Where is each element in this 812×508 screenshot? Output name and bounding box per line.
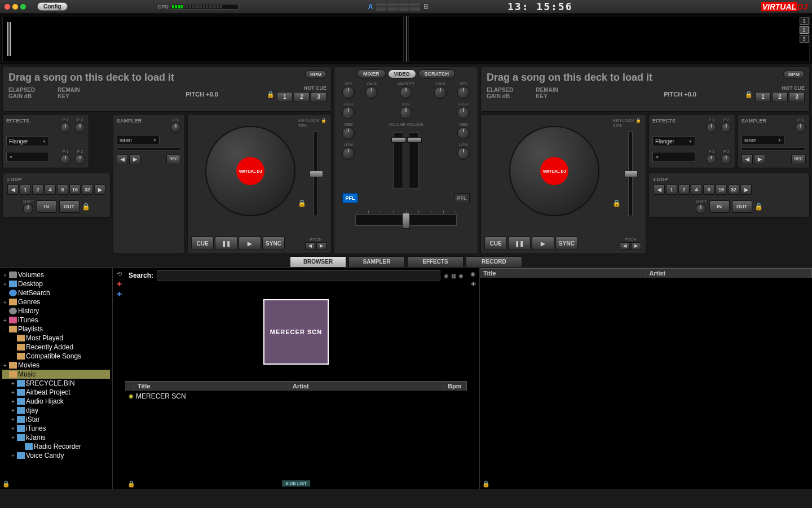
tree-item[interactable]: Compatible Songs bbox=[2, 352, 110, 361]
sampler-rec[interactable]: REC bbox=[166, 154, 181, 164]
tree-item[interactable]: +iTunes bbox=[2, 316, 110, 325]
sidelist-toggle[interactable]: SIDE LIST bbox=[282, 480, 310, 487]
play-button-b[interactable]: ▶ bbox=[532, 237, 554, 250]
pfl-a[interactable]: PFL bbox=[342, 193, 358, 203]
sampler-vol-knob-b[interactable] bbox=[796, 122, 806, 133]
deck-a-header[interactable]: Drag a song on this deck to load it ELAP… bbox=[2, 67, 332, 112]
shift-knob[interactable] bbox=[23, 204, 33, 214]
loop-next-b[interactable]: ▶ bbox=[740, 185, 752, 195]
bpm-button[interactable]: BPM bbox=[783, 71, 805, 78]
col-title[interactable]: Title bbox=[134, 382, 289, 391]
loop-next[interactable]: ▶ bbox=[94, 185, 105, 195]
tree-item[interactable]: +Desktop bbox=[2, 279, 110, 288]
lock-icon[interactable]: 🔒 bbox=[127, 480, 135, 488]
minimize-icon[interactable] bbox=[12, 4, 18, 10]
globe-icon[interactable]: ◉ bbox=[469, 270, 477, 278]
sampler-play-b[interactable]: ▶ bbox=[754, 154, 765, 164]
pitch-slider-b[interactable] bbox=[622, 132, 639, 227]
effects-tab[interactable]: EFFECTS bbox=[407, 256, 464, 268]
loop-in[interactable]: IN bbox=[37, 200, 57, 213]
plus-icon[interactable]: ✚ bbox=[469, 281, 477, 288]
cue-button-b[interactable]: CUE bbox=[484, 237, 507, 250]
low-knob-a[interactable] bbox=[342, 147, 355, 160]
loop-16[interactable]: 16 bbox=[69, 185, 81, 195]
lock-icon[interactable]: 🔒 bbox=[2, 480, 10, 488]
hotcue-2[interactable]: 2 bbox=[294, 92, 310, 102]
cue-knob[interactable] bbox=[400, 107, 412, 119]
key-knob-a[interactable] bbox=[342, 86, 355, 99]
sampler-select-b[interactable]: siren bbox=[742, 135, 784, 145]
page-1-button[interactable]: 1 bbox=[800, 17, 809, 25]
fx-p1b-knob-b[interactable] bbox=[707, 154, 717, 164]
mixer-tab[interactable]: MIXER bbox=[357, 69, 386, 78]
hotcue-1[interactable]: 1 bbox=[277, 92, 293, 102]
loop-prev-b[interactable]: ◀ bbox=[654, 185, 665, 195]
fx-p1b-knob[interactable] bbox=[60, 154, 70, 164]
med-knob-b[interactable] bbox=[457, 127, 470, 139]
sampler-tab[interactable]: SAMPLER bbox=[348, 256, 405, 268]
shift-knob-b[interactable] bbox=[696, 204, 706, 214]
tree-item[interactable]: -Playlists bbox=[2, 325, 110, 334]
loop-2[interactable]: 2 bbox=[32, 185, 43, 195]
tree-item[interactable]: NetSearch bbox=[2, 288, 110, 297]
pitch-slider-a[interactable] bbox=[307, 132, 324, 227]
config-button[interactable]: Config bbox=[37, 2, 68, 11]
col-artist[interactable]: Artist bbox=[646, 269, 813, 278]
tree-item[interactable]: +Audio Hijack bbox=[2, 397, 110, 406]
volume-fader-a[interactable] bbox=[393, 132, 403, 189]
high-knob-b[interactable] bbox=[457, 107, 470, 119]
record-tab[interactable]: RECORD bbox=[466, 256, 522, 268]
tree-item[interactable]: +$RECYCLE.BIN bbox=[2, 379, 110, 388]
video-tab[interactable]: VIDEO bbox=[388, 69, 416, 78]
loop-out-b[interactable]: OUT bbox=[732, 200, 752, 213]
link-icon[interactable]: ⟲ bbox=[115, 270, 123, 278]
search-input[interactable] bbox=[157, 270, 440, 281]
sync-button-b[interactable]: SYNC bbox=[555, 237, 578, 250]
tree-item[interactable]: Recently Added bbox=[2, 343, 110, 352]
crossfader[interactable] bbox=[355, 214, 457, 226]
fx-p1-knob[interactable] bbox=[60, 122, 70, 133]
tree-item[interactable]: +Movies bbox=[2, 361, 110, 370]
sync-button-a[interactable]: SYNC bbox=[262, 237, 285, 250]
add-icon[interactable]: ✚ bbox=[115, 291, 123, 299]
tree-item[interactable]: +Voice Candy bbox=[2, 451, 110, 460]
folder-tree[interactable]: +Volumes+DesktopNetSearch+GenresHistory+… bbox=[0, 268, 113, 489]
lock-icon[interactable]: 🔒 bbox=[82, 203, 90, 211]
tree-item[interactable]: +Airbeat Project bbox=[2, 388, 110, 397]
pitch-up-b[interactable]: ▶ bbox=[631, 242, 641, 250]
album-cover[interactable]: MERECER SCN bbox=[263, 299, 329, 365]
jog-wheel-a[interactable]: VIRTUAL DJ bbox=[205, 126, 295, 216]
loop-16-b[interactable]: 16 bbox=[716, 185, 727, 195]
pause-button-a[interactable]: ❚❚ bbox=[215, 237, 237, 250]
effect-select-b[interactable]: Flanger bbox=[652, 136, 695, 146]
hotcue-3[interactable]: 3 bbox=[311, 92, 326, 102]
lock-icon[interactable]: 🔒 bbox=[267, 91, 275, 98]
key-knob-b[interactable] bbox=[457, 86, 470, 99]
close-icon[interactable] bbox=[5, 4, 10, 10]
sampler-prev-b[interactable]: ◀ bbox=[742, 154, 753, 164]
loop-prev[interactable]: ◀ bbox=[7, 185, 19, 195]
effect-select-2[interactable] bbox=[6, 152, 49, 162]
low-knob-b[interactable] bbox=[457, 147, 470, 160]
view-icon-3[interactable]: ◉ bbox=[458, 273, 464, 279]
loop-4[interactable]: 4 bbox=[45, 185, 56, 195]
loop-8[interactable]: 8 bbox=[57, 185, 68, 195]
lock-icon[interactable]: 🔒 bbox=[745, 91, 753, 98]
sampler-rec-b[interactable]: REC bbox=[791, 154, 806, 164]
loop-out[interactable]: OUT bbox=[59, 200, 80, 213]
pitch-up-a[interactable]: ▶ bbox=[316, 242, 326, 250]
master-knob[interactable] bbox=[400, 86, 412, 99]
sampler-select[interactable]: siren bbox=[117, 135, 160, 145]
track-row[interactable]: ◉ MERECER SCN bbox=[125, 391, 467, 401]
add-fav-icon[interactable]: ✚ bbox=[115, 281, 123, 288]
tree-item[interactable]: +djay bbox=[2, 406, 110, 415]
fx-p1-knob-b[interactable] bbox=[707, 122, 717, 133]
loop-8-b[interactable]: 8 bbox=[703, 185, 714, 195]
loop-4-b[interactable]: 4 bbox=[691, 185, 702, 195]
effect-select-2b[interactable] bbox=[652, 152, 695, 162]
high-knob-a[interactable] bbox=[342, 107, 355, 119]
waveform-deck-b[interactable] bbox=[408, 16, 810, 62]
pause-button-b[interactable]: ❚❚ bbox=[508, 237, 531, 250]
loop-32[interactable]: 32 bbox=[82, 185, 93, 195]
play-button-a[interactable]: ▶ bbox=[239, 237, 261, 250]
